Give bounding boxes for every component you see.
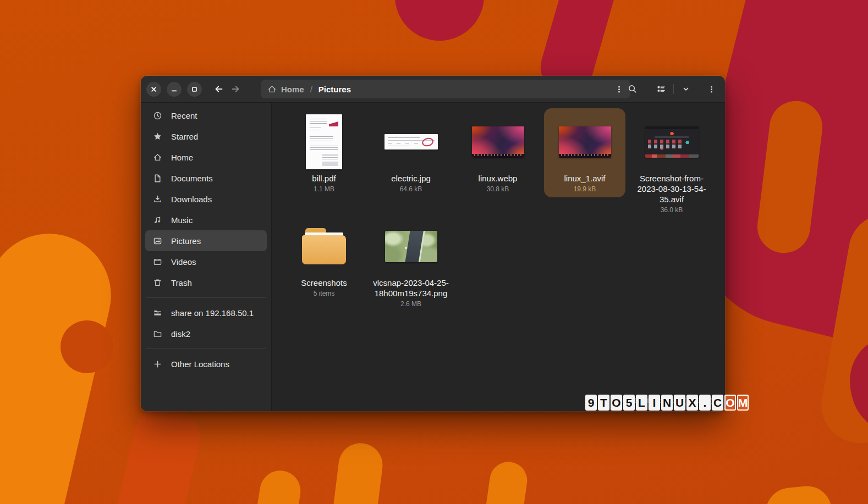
file-item-linux-webp[interactable]: linux.webp 30.8 kB <box>457 108 539 197</box>
file-item-electric-jpg[interactable]: electric.jpg 64.6 kB <box>370 108 452 197</box>
file-name: Screenshot-from-2023-08-30-13-54-35.avif <box>633 173 711 204</box>
file-thumbnail <box>645 112 699 172</box>
file-size: 30.8 kB <box>487 185 509 193</box>
path-menu-button[interactable] <box>614 85 624 94</box>
search-icon <box>628 84 638 94</box>
9to5linux-watermark: 9 T O 5 L I N U X . C O M <box>585 395 749 411</box>
file-thumbnail <box>472 112 524 172</box>
watermark-letter: M <box>737 395 749 411</box>
document-icon <box>153 174 162 183</box>
sidebar-item-label: share on 192.168.50.1 <box>171 308 254 318</box>
minimize-icon <box>169 85 179 94</box>
back-arrow-icon <box>214 84 224 94</box>
breadcrumb-home-icon <box>267 85 277 94</box>
main-menu-button[interactable] <box>703 81 719 97</box>
sidebar-item-disk2[interactable]: disk2 <box>145 323 267 344</box>
sidebar-separator <box>146 348 266 349</box>
sidebar-item-music[interactable]: Music <box>145 209 267 230</box>
folder-icon <box>301 228 347 264</box>
kebab-menu-icon <box>614 85 624 94</box>
file-name: Screenshots <box>301 278 347 288</box>
home-icon <box>153 153 162 162</box>
watermark-letter: N <box>661 395 673 411</box>
file-thumbnail <box>385 216 437 276</box>
file-name: bill.pdf <box>312 173 336 184</box>
sidebar-item-label: Music <box>171 215 193 225</box>
view-switcher <box>653 81 694 97</box>
back-button[interactable] <box>211 81 227 97</box>
breadcrumb-home[interactable]: Home <box>281 85 304 94</box>
sidebar: Recent Starred Home Documents Downloads <box>141 103 272 411</box>
forward-button[interactable] <box>227 81 244 97</box>
view-options-button[interactable] <box>678 81 694 97</box>
watermark-letter: O <box>724 395 736 411</box>
network-folder-icon <box>153 308 162 318</box>
star-icon <box>153 132 162 141</box>
file-item-screenshot-avif[interactable]: Screenshot-from-2023-08-30-13-54-35.avif… <box>631 108 712 218</box>
sidebar-item-videos[interactable]: Videos <box>145 251 267 272</box>
sidebar-item-network-share[interactable]: share on 192.168.50.1 <box>145 302 267 323</box>
file-size: 2.6 MB <box>400 300 421 308</box>
file-size: 64.6 kB <box>400 185 422 193</box>
videos-icon <box>153 257 162 267</box>
music-icon <box>153 215 162 225</box>
sidebar-item-home[interactable]: Home <box>145 147 267 168</box>
sidebar-item-downloads[interactable]: Downloads <box>145 189 267 209</box>
sidebar-separator <box>146 297 266 298</box>
sidebar-item-other-locations[interactable]: Other Locations <box>145 353 267 374</box>
sidebar-item-documents[interactable]: Documents <box>145 168 267 189</box>
desktop: Home / Pictures <box>0 0 868 504</box>
image-thumbnail <box>645 126 699 158</box>
divider <box>673 84 674 94</box>
pdf-thumbnail <box>306 114 342 169</box>
file-thumbnail <box>306 112 342 172</box>
file-size: 1.1 MB <box>314 185 334 193</box>
watermark-letter: 9 <box>585 395 597 411</box>
image-thumbnail <box>385 231 437 262</box>
sidebar-item-label: Trash <box>171 278 192 287</box>
file-name: vlcsnap-2023-04-25-18h00m19s734.png <box>372 278 450 298</box>
sidebar-item-starred[interactable]: Starred <box>145 126 267 147</box>
folder-item-screenshots[interactable]: Screenshots 5 items <box>283 213 365 302</box>
breadcrumb-separator: / <box>310 85 312 94</box>
watermark-letter: L <box>636 395 647 411</box>
folder-icon <box>153 329 162 339</box>
sidebar-item-pictures[interactable]: Pictures <box>145 230 267 251</box>
forward-arrow-icon <box>230 84 240 94</box>
breadcrumb-current[interactable]: Pictures <box>318 85 351 94</box>
image-thumbnail <box>384 134 438 149</box>
maximize-button[interactable] <box>187 82 202 97</box>
watermark-letter: X <box>686 395 698 411</box>
file-item-vlcsnap-png[interactable]: vlcsnap-2023-04-25-18h00m19s734.png 2.6 … <box>370 213 452 312</box>
list-view-button[interactable] <box>653 81 669 97</box>
headerbar: Home / Pictures <box>141 76 725 103</box>
chevron-down-icon <box>682 85 690 93</box>
image-thumbnail <box>472 126 524 158</box>
file-thumbnail <box>559 112 611 172</box>
watermark-letter: I <box>649 395 660 411</box>
file-grid: bill.pdf 1.1 MB electric.jpg 64.6 kB lin… <box>272 103 725 411</box>
close-button[interactable] <box>146 82 161 97</box>
file-name: linux.webp <box>479 173 518 184</box>
file-size: 19.9 kB <box>574 185 596 193</box>
sidebar-item-label: Downloads <box>171 195 212 204</box>
files-window: Home / Pictures <box>141 76 725 411</box>
list-view-icon <box>656 84 666 94</box>
sidebar-item-label: Videos <box>171 257 196 267</box>
sidebar-item-recent[interactable]: Recent <box>145 105 267 126</box>
sidebar-item-label: Pictures <box>171 236 201 246</box>
sidebar-item-trash[interactable]: Trash <box>145 272 267 293</box>
sidebar-item-label: Home <box>171 153 193 162</box>
path-bar[interactable]: Home / Pictures <box>261 80 630 98</box>
pictures-icon <box>153 236 162 246</box>
file-item-linux-1-avif[interactable]: linux_1.avif 19.9 kB <box>544 108 625 197</box>
search-button[interactable] <box>624 81 641 97</box>
file-item-bill-pdf[interactable]: bill.pdf 1.1 MB <box>283 108 365 197</box>
file-size: 36.0 kB <box>661 206 683 214</box>
minimize-button[interactable] <box>167 82 182 97</box>
wallpaper-shape <box>61 320 113 373</box>
watermark-letter: O <box>611 395 622 411</box>
folder-icon-front <box>302 235 346 264</box>
watermark-letter: 5 <box>623 395 635 411</box>
sidebar-item-label: Other Locations <box>171 359 229 369</box>
